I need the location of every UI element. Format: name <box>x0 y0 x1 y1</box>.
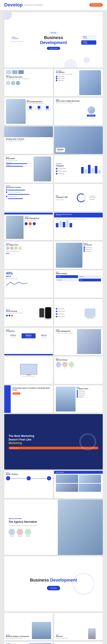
slide-project-mgmt[interactable]: Project Project Management Lorem ipsum d… <box>4 213 53 240</box>
hero-tagline: Business Presentation <box>11 41 32 42</box>
monitor-screen <box>20 364 37 374</box>
slide-company-vision[interactable]: Vision Company Vision ✓Lorem ipsum ✓Dolo… <box>54 385 103 413</box>
slide-big-ideas[interactable]: Ideas We Develop Big Ideas Lorem ipsum d… <box>4 98 53 125</box>
timeline-bars <box>6 189 51 199</box>
slide-market-analysis[interactable]: SWOT Market Analysis Strength Weakness O… <box>54 270 103 298</box>
hero-title-p1: Business <box>44 35 63 40</box>
header-subtitle: Business Presentation <box>24 4 44 6</box>
slide-extra[interactable]: Contact Us Lorem ipsum dolor sit amet Ge… <box>54 642 103 644</box>
slide-row-14: The Best Marketing Doesn't Feel Like Mar… <box>2 414 105 470</box>
bizdev-btn[interactable]: Develop <box>47 586 60 590</box>
agency-title: The Agency Alternative <box>6 76 51 78</box>
slide-mockup2[interactable]: ✓Lorem ipsum ✓Dolor sit amet ✓Consectetu… <box>54 299 103 326</box>
bizdev-title: Business Development <box>30 578 77 582</box>
price-1: $39/mo <box>7 334 19 336</box>
infographic-chart <box>81 164 101 174</box>
slide-row-11: Pricing Pricing Plan $39/mo per month $5… <box>2 328 105 355</box>
slide-monitor[interactable]: Lorem ipsum dolor sit amet <box>4 356 53 384</box>
ideas-title: We Develop Big Ideas <box>27 101 51 102</box>
slide-infographic2050[interactable]: 2050 Infographic 2050 Business Strategy … <box>54 184 103 212</box>
hero-btn[interactable]: Discover More <box>47 47 60 50</box>
slide-agency2[interactable]: Agency Alternative The Agency Alternativ… <box>4 500 103 555</box>
creativity-btn[interactable]: Read More <box>12 392 20 394</box>
slide-row-9: 40% $98.00 Lorem ipsum dolor sit amet SW… <box>2 270 105 298</box>
pricing-plans: $39/mo per month $59/mo per month $89/mo… <box>6 333 51 338</box>
slide-timeline[interactable]: Timeline Develop the Timeline <box>4 184 53 212</box>
slide-our-mission[interactable]: Mission Our Mission ✓Lorem ipsum ✓Dolor … <box>54 242 103 269</box>
donut-chart <box>76 193 86 203</box>
slide-row-10: Mockup iPhone Mockup Lorem ipsum dolor s… <box>2 299 105 326</box>
mission-title: Our Mission <box>56 72 78 73</box>
agency2-team: Member Member Member <box>8 529 53 537</box>
slide-pricing[interactable]: Pricing Pricing Plan $39/mo per month $5… <box>4 328 53 355</box>
hero-right-card-2: Global Company <box>81 40 96 45</box>
slide-row-15: Global Global Company 1 2 3 Our Portfoli… <box>2 471 105 498</box>
slide-mission[interactable]: Our Mission Our Mission Lorem ipsum dolo… <box>54 69 103 96</box>
slide-row-2: Agency The Agency Alternative Lorem ipsu… <box>2 69 105 96</box>
slide-row-16: Agency Alternative The Agency Alternativ… <box>2 500 105 555</box>
slide-row-3: Ideas We Develop Big Ideas Lorem ipsum d… <box>2 98 105 125</box>
slide-biz-dev[interactable]: Business Development Develop <box>4 556 103 612</box>
slide-row-18: Builders Business Builders & Storyteller… <box>2 613 105 640</box>
hero-right-card-1: Brand Strategy <box>81 35 96 40</box>
kpi-dollar: $98.00 <box>6 276 51 277</box>
slide-what-we-do[interactable]: Services What We Do Design Dev Market <box>4 642 53 644</box>
global-steps: 1 2 3 <box>6 476 51 480</box>
slide-agency[interactable]: Agency The Agency Alternative Lorem ipsu… <box>4 69 53 96</box>
slide-row-13: An Essential Aspect of Creativity is Not… <box>2 385 105 413</box>
slide-digital[interactable]: Digital What Is New In Digital Marketing… <box>54 98 103 125</box>
slide-row-12: Lorem ipsum dolor sit amet Team Monitor … <box>2 356 105 384</box>
team-members: CEO CTO COO <box>56 362 101 368</box>
price-3: $89/mo <box>38 334 50 336</box>
slide-row-4: Bringing Value To Brands Lorem ipsum dol… <box>2 126 105 154</box>
hero-tag: Develop <box>49 32 58 34</box>
slide-happy-client[interactable]: Clients Our Happy Client Lorem ipsum dol… <box>4 242 53 269</box>
logo: Develop <box>4 2 23 8</box>
slide-global[interactable]: Global Global Company 1 2 3 <box>4 471 53 498</box>
iphone-large <box>45 307 51 318</box>
slide-row-8: Clients Our Happy Client Lorem ipsum dol… <box>2 242 105 269</box>
slide-iphone[interactable]: Mockup iPhone Mockup Lorem ipsum dolor s… <box>4 299 53 326</box>
iphone-small <box>39 308 44 317</box>
agency-text: Lorem ipsum dolor sit amet consectetur a… <box>6 78 51 80</box>
slide-building[interactable]: Develop Business <box>54 126 103 154</box>
slide-aspect[interactable]: An Essential Aspect of Creativity is Not… <box>4 385 53 413</box>
mvu-date: 2018-2030 <box>56 215 101 216</box>
portfolio-items <box>56 475 101 492</box>
slide-project2[interactable]: Project Project Management Lorem ipsum d… <box>54 328 103 355</box>
slide-about[interactable]: About About Us Lorem ipsum dolor sit ame… <box>54 613 103 640</box>
slide-marketing-feel[interactable]: The Best Marketing Doesn't Feel Like Mar… <box>4 414 103 470</box>
about-photo <box>88 628 96 639</box>
brand-title: Brand Maker <box>6 158 32 159</box>
ideas-icons: Brand Ideas Growth <box>27 105 51 111</box>
slide-team[interactable]: Team Monitor Mockup CEO CTO COO <box>54 356 103 384</box>
format-badge[interactable]: PowerPoint <box>90 3 103 7</box>
slides-container: ProjectDevelopment Business Presentation… <box>0 10 107 644</box>
slide-marketing-value[interactable]: Marketing Value Universal 2018-2030 Lore… <box>54 213 103 240</box>
client-avatars <box>6 246 51 250</box>
slide-row-17: Business Development Develop <box>2 556 105 612</box>
slide-hero[interactable]: ProjectDevelopment Business Presentation… <box>4 12 103 68</box>
slide-brand-maker[interactable]: Brand Brand Maker Lorem ipsum dolor sit … <box>4 155 53 183</box>
bringing-title: Bringing Value To Brands <box>6 138 51 140</box>
slide-kpi[interactable]: 40% $98.00 Lorem ipsum dolor sit amet <box>4 270 53 298</box>
slide-bringing[interactable]: Bringing Value To Brands Lorem ipsum dol… <box>4 126 53 154</box>
slide-row-5: Brand Brand Maker Lorem ipsum dolor sit … <box>2 155 105 183</box>
hero-title: Business Development <box>32 35 75 45</box>
agency2-title: The Agency Alternative <box>8 520 53 523</box>
swot-grid: Strength Weakness Opportunity Threat <box>56 275 101 282</box>
slide-row-6: Timeline Develop the Timeline <box>2 184 105 212</box>
slide-portfolio[interactable]: Our Portfolio <box>54 471 103 498</box>
device-mockup <box>85 308 96 317</box>
mission-checklist: ✓Lorem ipsum ✓Dolor sit amet ✓Consectetu… <box>56 76 78 81</box>
hero-title-p2: Development <box>40 40 67 45</box>
slide-infographic[interactable]: Infographic Infographic ✓Lorem ipsum dol… <box>54 155 103 183</box>
zigzag-decoration <box>6 281 51 288</box>
slide-row-19: Services What We Do Design Dev Market Co… <box>2 642 105 644</box>
slide-row-7: Project Project Management Lorem ipsum d… <box>2 213 105 240</box>
pm-icons: Plan Build Launch <box>25 222 51 226</box>
slide-storytellers[interactable]: Builders Business Builders & Storyteller… <box>4 613 53 640</box>
digital-title: What Is New In Digital Marketing? <box>56 100 80 102</box>
slide-row-1: ProjectDevelopment Business Presentation… <box>2 12 105 68</box>
price-2: $59/mo <box>22 334 35 336</box>
